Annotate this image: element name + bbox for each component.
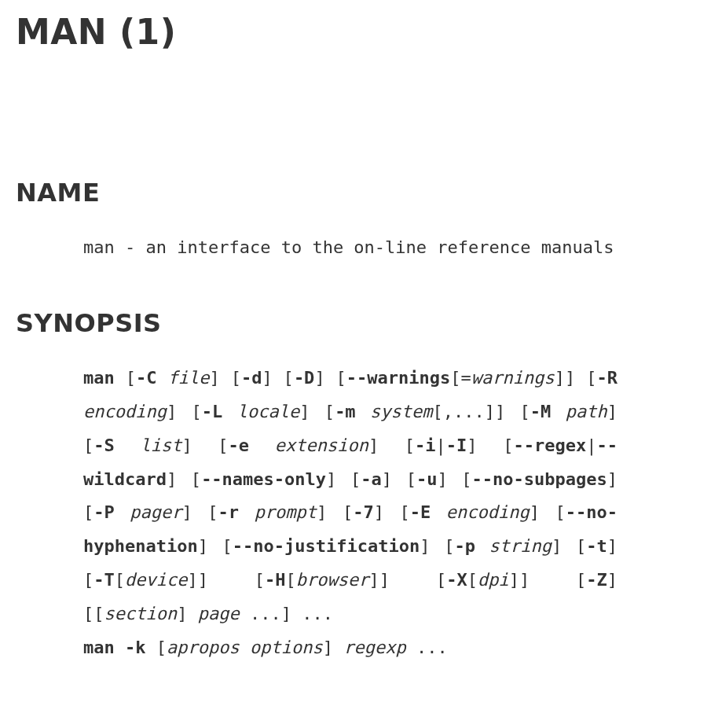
synopsis-token: prompt [255, 502, 317, 522]
synopsis-token: ] [ [552, 536, 586, 556]
synopsis-token: -T [93, 570, 115, 590]
synopsis-token: ] [ [198, 536, 233, 556]
synopsis-token: string [489, 536, 552, 556]
synopsis-token: | [436, 436, 446, 455]
synopsis-token [551, 402, 565, 421]
synopsis-token: -E [410, 502, 431, 522]
page-title: MAN (1) [16, 12, 706, 52]
synopsis-token: locale [237, 402, 299, 421]
synopsis-token: -t [586, 536, 607, 556]
synopsis-token [239, 502, 255, 522]
synopsis-token: ] [ [299, 402, 335, 421]
synopsis-token: browser [296, 570, 369, 590]
synopsis-token: ] [ [467, 436, 513, 455]
synopsis-token: encoding [446, 502, 530, 522]
synopsis-token: man [83, 638, 115, 657]
synopsis-token: ] [ [326, 469, 361, 489]
synopsis-token: ] [ [530, 502, 566, 522]
synopsis-token: options [250, 638, 323, 657]
synopsis-token: ] [ [317, 502, 353, 522]
synopsis-token: --names-only [201, 469, 326, 489]
synopsis-token: [ [467, 570, 478, 590]
synopsis-token: [ [146, 638, 167, 657]
synopsis-token: ]] [ [555, 368, 597, 388]
synopsis-token: --no-justification [233, 536, 420, 556]
synopsis-token: ] [323, 638, 344, 657]
synopsis-token [115, 638, 125, 657]
synopsis-token: ...] ... [240, 604, 333, 623]
synopsis-token: ]] [ [369, 570, 447, 590]
synopsis-token: file [167, 368, 209, 388]
section-heading-name: NAME [16, 178, 706, 208]
synopsis-token: [ [115, 570, 125, 590]
synopsis-token: ] [ [167, 402, 202, 421]
synopsis-token: -Z [586, 570, 607, 590]
synopsis-token: list [140, 436, 181, 455]
synopsis-token: -i [415, 436, 436, 455]
synopsis-token: -L [202, 402, 223, 421]
synopsis-token: -u [416, 469, 438, 489]
synopsis-token: apropos [167, 638, 240, 657]
synopsis-token: -I [446, 436, 467, 455]
synopsis-text: man [-C file] [-d] [-D] [--warnings[=war… [83, 362, 618, 665]
synopsis-token: -R [596, 368, 618, 388]
synopsis-token: -H [265, 570, 286, 590]
synopsis-token: --regex [514, 436, 587, 455]
synopsis-token: --no-subpages [472, 469, 607, 489]
synopsis-token: -X [446, 570, 467, 590]
synopsis-token: -d [241, 368, 262, 388]
synopsis-token [431, 502, 446, 522]
synopsis-token: ]] [ [509, 570, 587, 590]
synopsis-token: sys­tem [370, 402, 432, 421]
synopsis-token: -a [361, 469, 382, 489]
synopsis-token: -S [93, 436, 115, 455]
manpage-document: MAN (1) NAME man - an interface to the o… [0, 0, 722, 728]
synopsis-token: device [125, 570, 187, 590]
synopsis-token: -D [294, 368, 315, 388]
synopsis-token: -k [125, 638, 146, 657]
synopsis-token: --warnings [346, 368, 450, 388]
synopsis-token: ] [ [182, 502, 218, 522]
synopsis-token: ... [406, 638, 448, 657]
synopsis-token: -p [454, 536, 475, 556]
synopsis-token [249, 436, 275, 455]
synopsis-token: | [586, 436, 596, 455]
section-heading-synopsis: SYNOPSIS [16, 308, 706, 338]
synopsis-token [222, 402, 236, 421]
synopsis-token: ] [ [420, 536, 454, 556]
synopsis-token: ] [ [209, 368, 240, 388]
synopsis-token [115, 502, 130, 522]
synopsis-token: -e [229, 436, 250, 455]
synopsis-token: ] [ [437, 469, 471, 489]
synopsis-token: -P [93, 502, 115, 522]
synopsis-token: -7 [353, 502, 374, 522]
synopsis-token [240, 638, 250, 657]
synopsis-token: ] [ [314, 368, 346, 388]
synopsis-token: encoding [83, 402, 167, 421]
synopsis-token: section [104, 604, 178, 623]
synopsis-token: ] [ [167, 469, 201, 489]
synopsis-token: ] [ [374, 502, 410, 522]
synopsis-token: -C [136, 368, 157, 388]
synopsis-token: ] [ [368, 436, 415, 455]
synopsis-token: path [566, 402, 607, 421]
synopsis-token: -r [218, 502, 240, 522]
synopsis-token: [ [115, 368, 136, 388]
synopsis-token: ]] [ [187, 570, 265, 590]
synopsis-token [356, 402, 370, 421]
synopsis-token: ] [ [262, 368, 293, 388]
synopsis-token: [= [450, 368, 471, 388]
synopsis-token: ] [ [382, 469, 416, 489]
synopsis-token: -m [335, 402, 356, 421]
synopsis-token: pager [130, 502, 181, 522]
synopsis-token: man [83, 368, 115, 388]
synopsis-token [475, 536, 489, 556]
synopsis-token: -M [530, 402, 552, 421]
synopsis-token: [,...]] [ [433, 402, 530, 421]
name-text: man - an interface to the on-line refere… [83, 231, 618, 265]
synopsis-token: page [198, 604, 240, 623]
synopsis-token: ] [ [181, 436, 228, 455]
synopsis-token: warn­ings [471, 368, 555, 388]
synopsis-token: regexp [343, 638, 405, 657]
synopsis-token [115, 436, 141, 455]
